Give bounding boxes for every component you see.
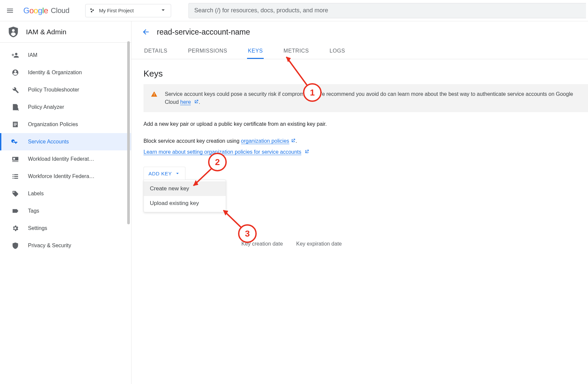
annotation-marker-3: 3 <box>238 224 257 243</box>
article-icon <box>11 121 19 128</box>
svg-line-5 <box>18 109 19 110</box>
add-key-dropdown: Create new key Upload existing key <box>144 180 226 212</box>
person-add-icon <box>11 52 19 59</box>
top-header: Google Cloud My First Project Search (/)… <box>0 0 588 21</box>
alert-here-link[interactable]: here <box>180 99 191 105</box>
organization-policies-link[interactable]: organization policies <box>241 138 289 144</box>
key-icon <box>11 138 19 146</box>
sidebar-nav: IAM Identity & Organization Policy Troub… <box>0 43 131 254</box>
nav-privacy-security[interactable]: Privacy & Security <box>0 237 131 254</box>
keys-content: Keys Service account keys could pose a s… <box>132 59 588 212</box>
nav-tags[interactable]: Tags <box>0 202 131 220</box>
tab-logs[interactable]: LOGS <box>329 48 346 59</box>
nav-organization-policies[interactable]: Organization Policies <box>0 116 131 133</box>
back-button[interactable] <box>142 28 150 36</box>
tab-details[interactable]: DETAILS <box>144 48 168 59</box>
svg-line-11 <box>223 210 243 229</box>
section-title: IAM & Admin <box>26 28 66 36</box>
arrow-back-icon <box>142 28 150 36</box>
global-search[interactable]: Search (/) for resources, docs, products… <box>188 3 586 18</box>
nav-identity-organization[interactable]: Identity & Organization <box>0 64 131 81</box>
tag-icon <box>11 207 19 215</box>
list-icon <box>11 173 19 180</box>
chevron-down-icon <box>159 6 167 15</box>
nav-service-accounts[interactable]: Service Accounts <box>0 133 131 150</box>
keys-table-header: Key creation date Key expiration date <box>241 241 342 247</box>
learn-more-link[interactable]: Learn more about setting organization po… <box>144 149 301 155</box>
page-title: read-service-account-name <box>157 28 250 37</box>
col-key-expiration-date: Key expiration date <box>296 241 342 247</box>
shield-icon <box>11 242 19 249</box>
menu-upload-existing-key[interactable]: Upload existing key <box>144 196 226 211</box>
analyzer-icon <box>11 103 19 111</box>
project-picker[interactable]: My First Project <box>85 4 171 17</box>
intro-text: Add a new key pair or upload a public ke… <box>144 120 588 128</box>
svg-point-3 <box>12 29 15 32</box>
tab-metrics[interactable]: METRICS <box>283 48 310 59</box>
nav-iam[interactable]: IAM <box>0 47 131 64</box>
sidebar-scrollbar[interactable] <box>126 41 131 384</box>
label-icon <box>11 190 19 197</box>
keys-heading: Keys <box>144 69 588 79</box>
google-cloud-logo[interactable]: Google Cloud <box>23 6 69 15</box>
tab-permissions[interactable]: PERMISSIONS <box>187 48 228 59</box>
hamburger-menu-button[interactable] <box>2 3 18 19</box>
left-sidebar: IAM & Admin IAM Identity & Organization … <box>0 21 132 384</box>
account-circle-icon <box>11 69 19 76</box>
hamburger-icon <box>6 7 14 15</box>
learn-more-line: Learn more about setting organization po… <box>144 148 588 156</box>
svg-point-2 <box>91 11 93 12</box>
nav-policy-troubleshooter[interactable]: Policy Troubleshooter <box>0 81 131 98</box>
alert-text: Service account keys could pose a securi… <box>165 90 581 106</box>
project-icon <box>90 8 96 14</box>
scrollbar-thumb[interactable] <box>127 41 130 224</box>
tab-keys[interactable]: KEYS <box>247 48 263 59</box>
search-placeholder: Search (/) for resources, docs, products… <box>194 7 328 14</box>
shield-person-icon <box>7 26 19 38</box>
external-link-icon <box>304 149 309 154</box>
menu-create-new-key[interactable]: Create new key <box>144 181 226 196</box>
svg-point-1 <box>93 9 94 11</box>
workload-icon <box>11 155 19 163</box>
gear-icon <box>11 225 19 232</box>
main-pane: read-service-account-name DETAILS PERMIS… <box>132 21 588 384</box>
page-header: read-service-account-name <box>132 21 588 43</box>
col-key-creation-date: Key creation date <box>241 241 283 247</box>
nav-policy-analyzer[interactable]: Policy Analyzer <box>0 98 131 116</box>
nav-workload-identity-federation[interactable]: Workload Identity Federat… <box>0 150 131 168</box>
nav-settings[interactable]: Settings <box>0 220 131 237</box>
security-warning-alert: Service account keys could pose a securi… <box>144 84 588 112</box>
tab-bar: DETAILS PERMISSIONS KEYS METRICS LOGS <box>132 43 588 59</box>
block-text: Block service account key creation using… <box>144 137 588 145</box>
add-key-button[interactable]: ADD KEY <box>144 167 185 180</box>
logo-cloud-text: Cloud <box>51 6 69 15</box>
svg-point-0 <box>91 8 92 10</box>
nav-labels[interactable]: Labels <box>0 185 131 202</box>
nav-workforce-identity-federation[interactable]: Workforce Identity Federa… <box>0 168 131 185</box>
external-link-icon <box>194 99 199 104</box>
wrench-icon <box>11 86 19 94</box>
external-link-icon <box>291 138 296 143</box>
svg-rect-6 <box>13 158 15 160</box>
chevron-down-icon <box>174 170 180 176</box>
section-header: IAM & Admin <box>0 21 131 43</box>
app-body: IAM & Admin IAM Identity & Organization … <box>0 21 588 384</box>
project-name: My First Project <box>99 8 134 13</box>
warning-icon <box>151 91 157 106</box>
